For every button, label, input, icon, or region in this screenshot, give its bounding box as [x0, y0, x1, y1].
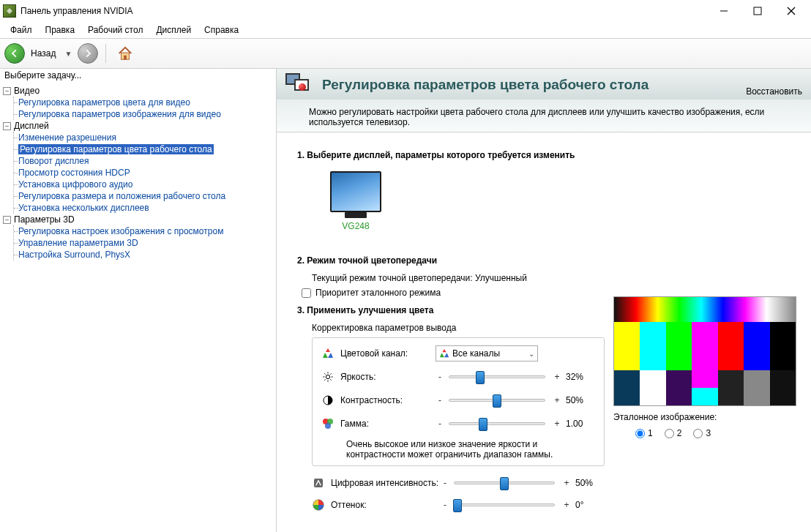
dvi-slider[interactable]	[454, 482, 555, 484]
dvi-value: 50%	[575, 478, 605, 488]
channel-combo-icon	[439, 348, 449, 359]
page-title: Регулировка параметров цвета рабочего ст…	[322, 77, 746, 93]
menu-edit[interactable]: Правка	[40, 23, 81, 37]
minimize-button[interactable]	[707, 0, 741, 22]
window-controls	[707, 0, 808, 22]
gamma-value: 1.00	[566, 419, 595, 429]
tree-item-manage-3d[interactable]: Управление параметрами 3D	[14, 237, 276, 249]
contrast-value: 50%	[566, 395, 595, 405]
back-button[interactable]	[4, 43, 25, 64]
back-history-dropdown[interactable]: ▼	[61, 50, 75, 58]
expander-icon[interactable]: −	[3, 122, 11, 130]
reference-priority-checkbox[interactable]	[302, 288, 311, 298]
tree-label: Параметры 3D	[14, 214, 75, 225]
tree-item-surround-physx[interactable]: Настройка Surround, PhysX	[14, 249, 276, 261]
tree-item-video-image[interactable]: Регулировка параметров изображения для в…	[14, 108, 276, 120]
minus-icon: -	[436, 395, 444, 405]
content-panel: Регулировка параметров цвета рабочего ст…	[277, 69, 811, 532]
tree-item-hdcp-status[interactable]: Просмотр состояния HDCP	[14, 167, 276, 179]
tree-item-desktop-color[interactable]: Регулировка параметров цвета рабочего ст…	[14, 143, 276, 155]
hue-value: 0°	[575, 500, 605, 510]
reference-priority-label: Приоритет эталонного режима	[315, 288, 441, 298]
contrast-icon	[321, 394, 335, 407]
brightness-slider[interactable]	[449, 375, 545, 378]
task-tree: − Видео Регулировка параметров цвета для…	[0, 82, 276, 263]
expander-icon[interactable]: −	[3, 216, 11, 224]
monitor-icon	[330, 171, 381, 212]
tree-item-change-resolution[interactable]: Изменение разрешения	[14, 132, 276, 143]
channel-combo[interactable]: Все каналы ⌄	[436, 345, 538, 361]
brightness-value: 32%	[566, 372, 595, 382]
page-description: Можно регулировать настройки цвета рабоч…	[277, 100, 811, 132]
app-icon	[3, 4, 16, 18]
tree-node-video[interactable]: − Видео	[3, 85, 276, 97]
close-button[interactable]	[774, 0, 808, 22]
menu-help[interactable]: Справка	[198, 23, 244, 37]
svg-line-20	[324, 379, 325, 380]
home-button[interactable]	[113, 43, 137, 64]
plus-icon: +	[562, 500, 571, 510]
restore-defaults-link[interactable]: Восстановить	[746, 86, 802, 97]
brightness-label: Яркость:	[340, 372, 436, 382]
toolbar-separator	[105, 44, 106, 63]
minus-icon: -	[436, 419, 444, 429]
section3-title: 3. Применить улучшения цвета	[297, 305, 605, 315]
expander-icon[interactable]: −	[3, 87, 11, 95]
reference-image-preview	[613, 296, 796, 406]
tree-item-video-color[interactable]: Регулировка параметров цвета для видео	[14, 97, 276, 108]
svg-marker-11	[444, 353, 449, 357]
contrast-label: Контрастность:	[340, 395, 436, 405]
section3-subtitle: Корректировка параметров вывода	[312, 323, 605, 333]
page-header: Регулировка параметров цвета рабочего ст…	[277, 69, 811, 100]
tree-label: Дисплей	[14, 121, 49, 131]
channel-label: Цветовой канал:	[340, 348, 436, 359]
page-header-icon	[285, 73, 315, 97]
menu-desktop[interactable]: Рабочий стол	[82, 23, 149, 37]
tree-node-display[interactable]: − Дисплей	[3, 120, 276, 132]
task-header: Выберите задачу...	[0, 69, 276, 82]
reference-caption: Эталонное изображение:	[613, 412, 799, 422]
channel-value: Все каналы	[452, 348, 500, 359]
reference-option-1[interactable]: 1	[635, 428, 653, 438]
svg-rect-1	[754, 7, 761, 15]
hue-label: Оттенок:	[331, 500, 441, 510]
svg-rect-5	[124, 56, 127, 60]
svg-line-19	[330, 373, 331, 374]
channel-icon	[321, 347, 335, 360]
gamma-slider[interactable]	[449, 422, 545, 425]
hue-icon	[312, 498, 325, 512]
menu-file[interactable]: Файл	[4, 23, 38, 37]
reference-option-2[interactable]: 2	[665, 428, 682, 438]
window-title: Панель управления NVIDIA	[20, 6, 707, 16]
menu-display[interactable]: Дисплей	[150, 23, 197, 37]
forward-button[interactable]	[78, 43, 98, 64]
tree-item-multiple-displays[interactable]: Установка нескольких дисплеев	[14, 202, 276, 214]
hue-slider[interactable]	[454, 503, 555, 506]
back-label: Назад	[31, 48, 56, 59]
gamma-label: Гамма:	[340, 419, 436, 429]
minus-icon: -	[436, 372, 444, 382]
dvi-label: Цифровая интенсивность:	[331, 478, 441, 488]
svg-line-18	[330, 379, 331, 380]
reference-option-3[interactable]: 3	[693, 428, 711, 438]
svg-point-24	[325, 423, 331, 429]
svg-marker-8	[328, 353, 333, 358]
contrast-slider[interactable]	[449, 399, 545, 402]
svg-marker-9	[442, 349, 446, 352]
task-sidebar: Выберите задачу... − Видео Регулировка п…	[0, 69, 277, 532]
tree-item-desktop-size-position[interactable]: Регулировка размера и положения рабочего…	[14, 190, 276, 202]
tree-label: Видео	[14, 86, 40, 96]
svg-marker-7	[323, 353, 328, 358]
svg-line-17	[324, 373, 325, 374]
maximize-button[interactable]	[741, 0, 774, 22]
digital-vibrance-icon	[312, 476, 325, 490]
chevron-down-icon: ⌄	[528, 350, 534, 358]
tree-item-image-preview[interactable]: Регулировка настроек изображения с просм…	[14, 225, 276, 237]
display-card[interactable]: VG248	[312, 168, 400, 235]
plus-icon: +	[562, 478, 571, 488]
menubar: Файл Правка Рабочий стол Дисплей Справка	[0, 22, 811, 38]
tree-item-rotate-display[interactable]: Поворот дисплея	[14, 155, 276, 167]
tree-node-3d[interactable]: − Параметры 3D	[3, 214, 276, 225]
plus-icon: +	[553, 372, 561, 382]
tree-item-digital-audio[interactable]: Установка цифрового аудио	[14, 179, 276, 190]
